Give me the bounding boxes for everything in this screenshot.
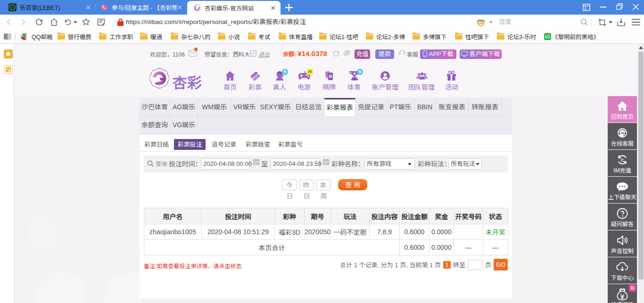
- svg-text:C: C: [621, 158, 624, 163]
- svg-text:24: 24: [620, 131, 625, 135]
- svg-text:DIY: DIY: [546, 36, 549, 38]
